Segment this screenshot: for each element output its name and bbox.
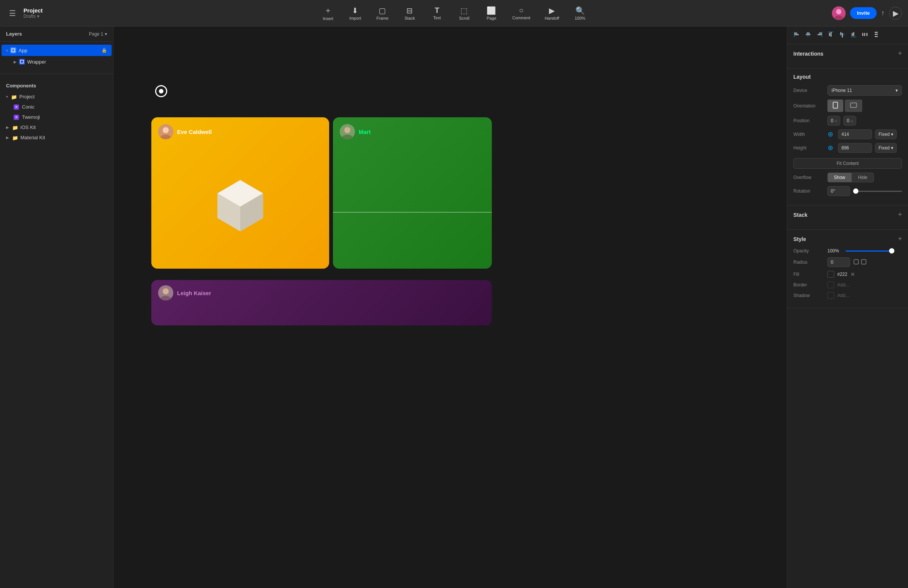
play-button[interactable]: ▶ <box>889 7 902 20</box>
chevron-down-icon-2: ▾ <box>6 95 8 99</box>
add-interaction-button[interactable]: + <box>898 50 902 58</box>
align-bottom-button[interactable] <box>848 29 858 41</box>
overflow-hide-button[interactable]: Hide <box>852 172 874 182</box>
orientation-toggle <box>828 100 862 112</box>
component-material-kit[interactable]: ▶ 📁 Material Kit <box>0 132 113 143</box>
toolbar-right: Invite ↑ ▶ <box>819 6 902 20</box>
overflow-show-button[interactable]: Show <box>828 172 852 182</box>
component-twemoji[interactable]: ⊞ Twemoji <box>0 112 113 122</box>
align-right-button[interactable] <box>815 29 824 41</box>
width-input[interactable] <box>838 129 872 139</box>
height-fixed-dropdown[interactable]: Fixed ▾ <box>875 143 897 153</box>
svg-rect-4 <box>21 60 23 63</box>
svg-rect-43 <box>850 103 856 108</box>
border-color-swatch[interactable] <box>828 282 834 288</box>
layout-section: Layout Device iPhone 11 ▾ Orientation <box>787 68 908 205</box>
link-icon <box>828 131 834 137</box>
radius-icons <box>853 259 867 266</box>
fill-color-swatch[interactable] <box>828 271 834 278</box>
layer-frame-icon <box>10 47 16 53</box>
stack-tool[interactable]: ⊟ Stack <box>396 3 423 23</box>
toolbar-left: ☰ Project Drafts ▾ <box>6 6 89 21</box>
record-button[interactable] <box>155 85 167 97</box>
position-y-input[interactable]: 0 y <box>843 116 856 126</box>
fill-label: Fill <box>794 272 828 277</box>
scroll-tool[interactable]: ⬚ Scroll <box>451 3 477 23</box>
position-label: Position <box>794 118 828 123</box>
portrait-button[interactable] <box>828 100 843 112</box>
left-sidebar: Layers Page 1 ▾ ▾ App 🔒 ▶ <box>0 26 114 588</box>
align-left-button[interactable] <box>792 29 802 41</box>
svg-rect-25 <box>818 34 822 35</box>
hamburger-button[interactable]: ☰ <box>6 6 19 21</box>
device-dropdown[interactable]: iPhone 11 ▾ <box>828 85 902 96</box>
align-top-button[interactable] <box>826 29 836 41</box>
height-label: Height <box>794 145 828 151</box>
svg-point-13 <box>344 127 350 133</box>
fit-content-button[interactable]: Fit Content <box>794 158 902 169</box>
component-project[interactable]: ▾ 📁 Project <box>0 92 113 102</box>
insert-tool[interactable]: ＋ Insert <box>315 2 341 24</box>
page-selector[interactable]: Page 1 ▾ <box>89 31 107 37</box>
distribute-h-button[interactable] <box>860 29 870 41</box>
record-dot <box>159 89 163 93</box>
device-selector[interactable]: iPhone 11 ▾ <box>828 85 902 96</box>
canvas[interactable]: Eve Caldwell <box>114 26 787 588</box>
svg-point-45 <box>830 134 831 135</box>
opacity-slider[interactable] <box>845 250 894 251</box>
add-stack-button[interactable]: + <box>898 211 902 219</box>
frame-tool[interactable]: ▢ Frame <box>369 3 396 23</box>
landscape-button[interactable] <box>845 100 862 112</box>
align-center-h-button[interactable] <box>803 29 813 41</box>
svg-rect-32 <box>840 34 845 34</box>
layer-frame-icon-2 <box>19 59 25 65</box>
folder-icon-2: 📁 <box>12 125 18 130</box>
shadow-color-swatch[interactable] <box>828 292 834 299</box>
radius-corner-button[interactable] <box>853 259 859 266</box>
opacity-label: Opacity <box>794 248 828 253</box>
component-ios-kit[interactable]: ▶ 📁 iOS Kit <box>0 122 113 132</box>
add-style-button[interactable]: + <box>898 235 902 243</box>
comment-tool[interactable]: ○ Comment <box>506 3 537 23</box>
fill-remove-button[interactable]: ✕ <box>850 271 855 277</box>
cube-svg <box>210 172 270 233</box>
overflow-row: Overflow Show Hide <box>794 172 902 182</box>
svg-rect-30 <box>840 32 841 35</box>
device-label: Device <box>794 88 828 93</box>
fill-row: Fill #222 ✕ <box>794 271 902 278</box>
height-input[interactable] <box>838 143 872 153</box>
import-tool[interactable]: ⬇ Import <box>342 3 369 23</box>
rotation-input[interactable] <box>828 186 850 196</box>
radius-input[interactable] <box>828 257 850 267</box>
handoff-tool[interactable]: ▶ Handoff <box>538 3 566 23</box>
text-tool[interactable]: T Text <box>424 3 450 23</box>
rotation-slider[interactable] <box>853 191 902 192</box>
upload-button[interactable]: ↑ <box>881 9 885 17</box>
page-tool[interactable]: ⬜ Page <box>478 3 505 23</box>
project-sub[interactable]: Drafts ▾ <box>23 14 43 19</box>
radius-individual-button[interactable] <box>861 259 867 266</box>
layer-app[interactable]: ▾ App 🔒 <box>2 45 112 56</box>
page-icon: ⬜ <box>486 6 496 15</box>
card-yellow-header: Eve Caldwell <box>151 117 329 146</box>
lock-icon: 🔒 <box>101 48 107 53</box>
layer-wrapper[interactable]: ▶ Wrapper <box>2 56 112 68</box>
component-conic[interactable]: ⊞ Conic <box>0 102 113 112</box>
opacity-row: Opacity 100% <box>794 248 902 253</box>
svg-rect-26 <box>822 32 822 37</box>
radius-row: Radius <box>794 257 902 267</box>
width-fixed-dropdown[interactable]: Fixed ▾ <box>875 129 897 139</box>
invite-button[interactable]: Invite <box>850 7 877 19</box>
position-x-input[interactable]: 0 x <box>828 116 840 126</box>
user-avatar-leigh <box>158 285 173 300</box>
stack-section: Stack + <box>787 205 908 230</box>
position-row: Position 0 x 0 y <box>794 116 902 126</box>
card-purple: Leigh Kaiser <box>151 280 492 325</box>
frame-icon: ▢ <box>379 6 386 15</box>
card-yellow: Eve Caldwell <box>151 117 329 269</box>
style-header: Style + <box>794 235 902 243</box>
distribute-v-button[interactable] <box>871 29 881 41</box>
align-center-v-button[interactable] <box>837 29 847 41</box>
zoom-control[interactable]: 🔍 100% <box>567 3 593 23</box>
card-divider <box>333 212 492 213</box>
